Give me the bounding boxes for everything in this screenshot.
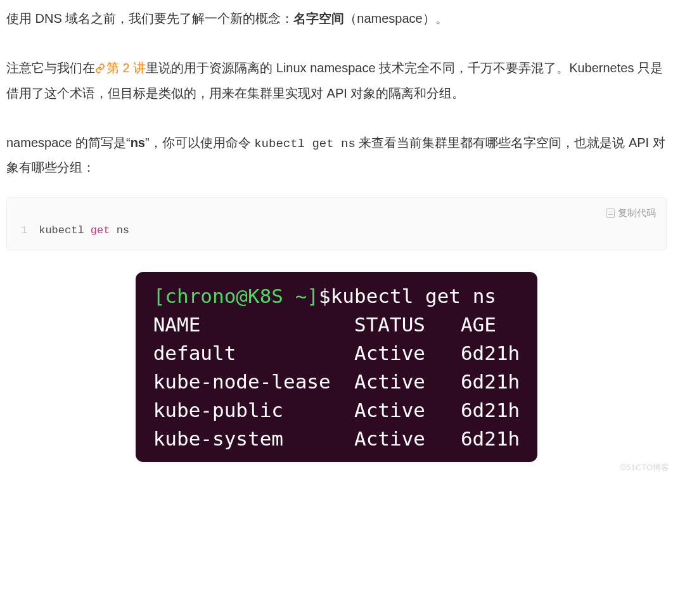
code-token: kubectl — [39, 224, 91, 236]
line-number: 1 — [21, 223, 27, 238]
text: ”，你可以使用命令 — [145, 136, 254, 150]
code-token-keyword: get — [91, 224, 110, 236]
copy-code-button[interactable]: 复制代码 — [606, 204, 656, 222]
text: （namespace）。 — [344, 11, 447, 25]
link-text: 第 2 讲 — [106, 61, 146, 75]
copy-label: 复制代码 — [618, 204, 656, 222]
terminal-output: [chrono@K8S ~]$kubectl get ns NAME STATU… — [136, 272, 538, 462]
bold-namespace: 名字空间 — [293, 11, 344, 25]
code-token: ns — [110, 224, 129, 236]
inline-code: kubectl get ns — [254, 137, 356, 151]
code-line: 1 kubectl get ns — [21, 223, 652, 238]
text: 使用 DNS 域名之前，我们要先了解一个新的概念： — [6, 11, 293, 25]
text: namespace 的简写是“ — [6, 136, 131, 150]
paragraph-1: 使用 DNS 域名之前，我们要先了解一个新的概念：名字空间（namespace）… — [6, 6, 667, 30]
link-icon — [95, 57, 105, 81]
paragraph-3: namespace 的简写是“ns”，你可以使用命令 kubectl get n… — [6, 131, 667, 179]
watermark: ©51CTO博客 — [620, 462, 669, 473]
text: 注意它与我们在 — [6, 61, 95, 75]
article-body: 使用 DNS 域名之前，我们要先了解一个新的概念：名字空间（namespace）… — [6, 6, 667, 462]
copy-icon — [606, 209, 615, 218]
terminal-screenshot: [chrono@K8S ~]$kubectl get ns NAME STATU… — [6, 272, 667, 462]
code-block: 复制代码 1 kubectl get ns — [6, 197, 667, 250]
lesson-2-link[interactable]: 第 2 讲 — [95, 61, 146, 75]
paragraph-2: 注意它与我们在第 2 讲里说的用于资源隔离的 Linux namespace 技… — [6, 56, 667, 105]
bold-ns: ns — [131, 136, 145, 150]
